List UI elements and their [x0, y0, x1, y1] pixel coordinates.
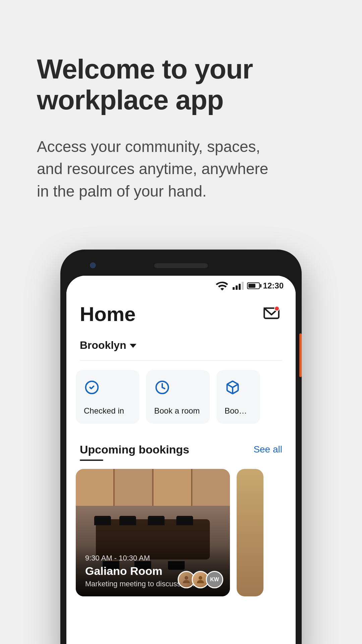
page-background: Welcome to your workplace app Access you… — [0, 0, 362, 644]
upcoming-bookings-header: Upcoming bookings See all — [66, 433, 296, 456]
phone-top-bar — [66, 256, 296, 276]
notifications-button[interactable] — [261, 303, 282, 325]
booking-card-2-partial[interactable] — [237, 469, 263, 596]
location-name: Brooklyn — [80, 339, 126, 352]
book-room-card[interactable]: Book a room — [146, 370, 210, 424]
cube-icon — [225, 379, 241, 395]
clock-icon — [154, 379, 170, 395]
status-bar: 12:30 — [66, 276, 296, 296]
booking-time: 9:30 AM - 10:30 AM — [85, 554, 221, 562]
svg-point-3 — [185, 576, 188, 580]
chevron-down-icon — [130, 344, 136, 348]
status-time: 12:30 — [263, 281, 284, 290]
checked-in-label: Checked in — [84, 406, 131, 416]
booking-cards-row: 9:30 AM - 10:30 AM Galiano Room Marketin… — [66, 461, 296, 596]
booking-card-1[interactable]: 9:30 AM - 10:30 AM Galiano Room Marketin… — [76, 469, 230, 596]
attendee-avatars: KW — [178, 571, 223, 588]
upcoming-bookings-title: Upcoming bookings — [80, 443, 189, 456]
book-other-card[interactable]: Boo… — [217, 370, 260, 424]
hero-title: Welcome to your workplace app — [37, 54, 328, 115]
book-room-label: Book a room — [154, 406, 202, 416]
phone-camera — [90, 262, 96, 268]
wifi-icon — [215, 279, 229, 293]
book-other-label: Boo… — [225, 406, 252, 416]
phone-speaker — [154, 263, 208, 268]
phone-screen: 12:30 Home — [66, 276, 296, 644]
phone-wrapper: 12:30 Home — [0, 250, 362, 644]
hero-section: Welcome to your workplace app Access you… — [0, 34, 362, 223]
signal-icon — [233, 282, 244, 290]
location-bar: Brooklyn — [66, 332, 296, 355]
check-circle-icon — [84, 379, 100, 395]
status-icons: 12:30 — [215, 279, 284, 293]
phone-outer: 12:30 Home — [60, 250, 302, 644]
hero-subtitle: Access your community, spaces, and resou… — [37, 136, 272, 203]
battery-icon — [247, 282, 260, 289]
app-header: Home — [66, 296, 296, 332]
quick-actions-row: Checked in Book a room — [66, 361, 296, 433]
checked-in-card[interactable]: Checked in — [76, 370, 139, 424]
avatar-kw: KW — [206, 571, 223, 588]
see-all-button[interactable]: See all — [253, 444, 282, 455]
scroll-indicator — [299, 333, 302, 377]
location-selector[interactable]: Brooklyn — [80, 339, 282, 352]
svg-point-4 — [199, 576, 202, 580]
app-title: Home — [80, 303, 136, 326]
